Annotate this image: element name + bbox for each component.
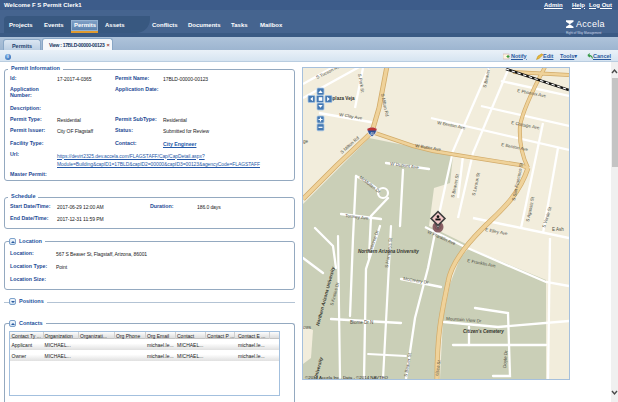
svg-text:Northern Arizona University: Northern Arizona University: [358, 249, 419, 254]
svg-text:Biome Dr N: Biome Dr N: [350, 320, 373, 325]
svg-text:ge: ge: [303, 139, 309, 144]
svg-text:Citizen's Cemetery: Citizen's Cemetery: [463, 329, 504, 334]
svg-text:ows: ows: [303, 325, 312, 330]
svg-text:E Ash: E Ash: [552, 227, 564, 232]
svg-text:©2014 Accela Inc., Data - ©201: ©2014 Accela Inc., Data - ©2014 NAVTEQ: [305, 375, 389, 379]
svg-text:40: 40: [370, 132, 374, 136]
svg-text:aplaza Veja: aplaza Veja: [330, 96, 355, 101]
